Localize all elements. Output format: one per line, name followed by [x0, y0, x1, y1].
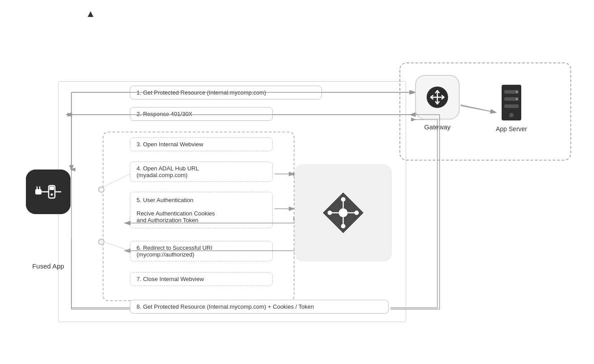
cursor-indicator: ▲ [86, 8, 96, 20]
adal-hub-node [295, 164, 392, 261]
connector-circle-bottom [98, 239, 104, 245]
svg-point-39 [509, 113, 514, 117]
app-server-label: App Server [496, 125, 527, 132]
app-server-node: App Server [495, 83, 528, 132]
step-2-label: 2. Response 401/30X [137, 111, 192, 117]
step-1-label: 1. Get Protected Resource (Internal.myco… [137, 89, 266, 96]
link-icon [35, 184, 61, 200]
fused-app-label: Fused App [32, 262, 64, 270]
step-4-box: 4. Open ADAL Hub URL(myadal.comp.com) [130, 161, 273, 182]
svg-point-47 [328, 211, 332, 215]
svg-rect-20 [35, 189, 42, 194]
fused-app-icon-overlay [26, 170, 71, 214]
step-2-box: 2. Response 401/30X [130, 107, 273, 121]
svg-point-40 [339, 208, 348, 217]
gateway-label: Gateway [424, 123, 450, 131]
step-3-box: 3. Open Internal Webview [130, 137, 273, 151]
step-4-label: 4. Open ADAL Hub URL(myadal.comp.com) [137, 165, 199, 178]
svg-point-37 [516, 91, 518, 93]
svg-point-48 [354, 211, 359, 215]
gateway-node: Gateway [415, 75, 460, 131]
app-server-icon [495, 83, 528, 123]
step-8-box: 8. Get Protected Resource (Internal.myco… [130, 300, 389, 314]
step-5-label: 5. User AuthenticationRecive Authenticat… [137, 197, 215, 223]
svg-point-46 [341, 224, 345, 228]
fused-app-node: Fused App [26, 170, 71, 270]
step-7-label: 7. Close Internal Webview [137, 276, 204, 282]
svg-rect-25 [50, 186, 54, 190]
step-7-box: 7. Close Internal Webview [130, 272, 273, 286]
adal-hub-icon [321, 190, 366, 235]
server-icon [498, 85, 525, 120]
svg-point-38 [516, 98, 518, 100]
step-6-label: 6. Redirect to Successful URI(mycomp://a… [137, 244, 212, 258]
svg-point-45 [341, 197, 345, 202]
step-8-label: 8. Get Protected Resource (Internal.myco… [137, 303, 314, 310]
step-3-label: 3. Open Internal Webview [137, 141, 203, 148]
connector-circle-top [98, 186, 104, 193]
gateway-icon [415, 75, 460, 120]
diagram: 1. Get Protected Resource (Internal.myco… [0, 0, 594, 364]
step-5-box: 5. User AuthenticationRecive Authenticat… [130, 192, 273, 228]
gateway-arrow-icon [426, 86, 449, 109]
step-1-box: 1. Get Protected Resource (Internal.myco… [130, 86, 322, 99]
step-6-box: 6. Redirect to Successful URI(mycomp://a… [130, 241, 273, 261]
svg-rect-36 [504, 104, 519, 108]
svg-point-26 [51, 194, 53, 196]
